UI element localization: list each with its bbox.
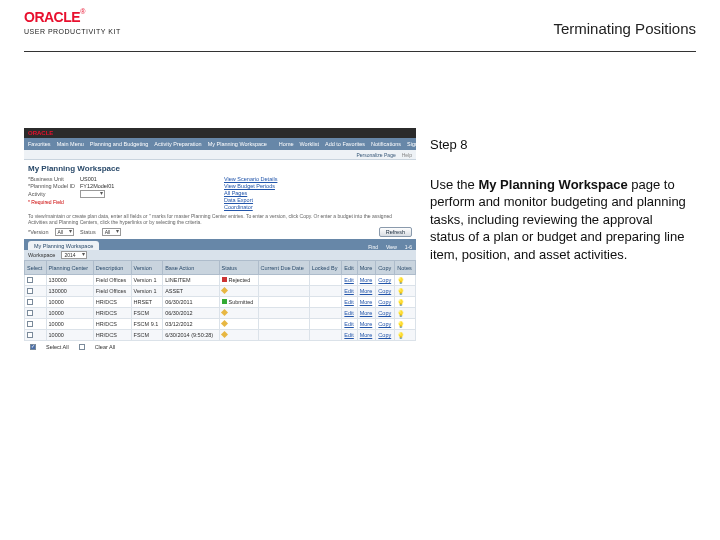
table-row: 10000HR/DCSHRSET06/30/2011SubmittedEditM… xyxy=(25,297,416,308)
row-checkbox[interactable] xyxy=(27,321,33,327)
column-header: Locked By xyxy=(309,261,342,275)
edit-link[interactable]: Edit xyxy=(344,332,353,338)
more-link[interactable]: More xyxy=(360,299,373,305)
row-checkbox[interactable] xyxy=(27,332,33,338)
edit-link[interactable]: Edit xyxy=(344,321,353,327)
breadcrumb[interactable]: Activity Preparation xyxy=(154,141,201,147)
notes-icon[interactable] xyxy=(397,289,404,295)
link-coordinator[interactable]: Coordinator xyxy=(224,204,412,210)
edit-link[interactable]: Edit xyxy=(344,277,353,283)
breadcrumb[interactable]: My Planning Workspace xyxy=(208,141,267,147)
edit-link[interactable]: Edit xyxy=(344,288,353,294)
nav-link-signout[interactable]: Sign out xyxy=(407,141,427,147)
row-checkbox[interactable] xyxy=(27,277,33,283)
doc-header: ORACLE® USER PRODUCTIVITY KIT Terminatin… xyxy=(24,8,696,52)
copy-link[interactable]: Copy xyxy=(378,332,391,338)
breadcrumb[interactable]: Planning and Budgeting xyxy=(90,141,148,147)
copy-link[interactable]: Copy xyxy=(378,288,391,294)
model-value: FY12Model01 xyxy=(80,183,216,189)
form-area: *Business UnitUS001 *Planning Model IDFY… xyxy=(24,175,416,213)
row-checkbox[interactable] xyxy=(27,299,33,305)
status-icon xyxy=(220,309,227,316)
more-link[interactable]: More xyxy=(360,321,373,327)
model-label: *Planning Model ID xyxy=(28,183,76,189)
workspace-grid: SelectPlanning CenterDescriptionVersionB… xyxy=(24,260,416,341)
column-header: Version xyxy=(131,261,163,275)
tab-workspace[interactable]: My Planning Workspace xyxy=(28,241,99,250)
personalize-link[interactable]: Personalize Page xyxy=(357,152,396,158)
column-header: Notes xyxy=(395,261,416,275)
app-breadcrumb-bar: Favorites Main Menu Planning and Budgeti… xyxy=(24,138,416,150)
status-label: Status xyxy=(80,229,96,235)
link-allpages[interactable]: All Pages xyxy=(224,190,412,196)
status-select[interactable]: All xyxy=(102,228,122,236)
doc-title: Terminating Positions xyxy=(553,20,696,37)
registered-mark: ® xyxy=(80,8,85,15)
grid-tool-find[interactable]: Find xyxy=(364,244,382,250)
edit-link[interactable]: Edit xyxy=(344,310,353,316)
help-link[interactable]: Help xyxy=(402,152,412,158)
activity-select[interactable] xyxy=(80,190,105,198)
nav-link-worklist[interactable]: Worklist xyxy=(300,141,319,147)
copy-link[interactable]: Copy xyxy=(378,321,391,327)
notes-icon[interactable] xyxy=(397,300,404,306)
tabs-bar: My Planning Workspace Find View 1-6 xyxy=(24,239,416,250)
more-link[interactable]: More xyxy=(360,288,373,294)
required-note: * Required Field xyxy=(28,199,216,205)
column-header: Status xyxy=(219,261,258,275)
copy-link[interactable]: Copy xyxy=(378,299,391,305)
nav-link-notifications[interactable]: Notifications xyxy=(371,141,401,147)
column-header: Description xyxy=(93,261,131,275)
column-header: Planning Center xyxy=(46,261,93,275)
breadcrumb[interactable]: Favorites xyxy=(28,141,51,147)
more-link[interactable]: More xyxy=(360,310,373,316)
nav-link-favorites[interactable]: Add to Favorites xyxy=(325,141,365,147)
grid-tool-view[interactable]: View xyxy=(382,244,401,250)
more-link[interactable]: More xyxy=(360,332,373,338)
asof-select[interactable]: 2014 xyxy=(61,251,86,259)
status-icon xyxy=(222,277,227,282)
table-row: 10000HR/DCSFSCM 9.103/12/2012EditMoreCop… xyxy=(25,319,416,330)
breadcrumb[interactable]: Main Menu xyxy=(57,141,84,147)
column-header: More xyxy=(357,261,376,275)
refresh-button[interactable]: Refresh xyxy=(379,227,412,237)
notes-icon[interactable] xyxy=(397,333,404,339)
link-export[interactable]: Data Export xyxy=(224,197,412,203)
notes-icon[interactable] xyxy=(397,278,404,284)
more-link[interactable]: More xyxy=(360,277,373,283)
bu-label: *Business Unit xyxy=(28,176,76,182)
copy-link[interactable]: Copy xyxy=(378,310,391,316)
app-screenshot: ORACLE Favorites Main Menu Planning and … xyxy=(24,128,416,353)
status-icon xyxy=(222,299,227,304)
column-header: Select xyxy=(25,261,47,275)
copy-link[interactable]: Copy xyxy=(378,277,391,283)
select-all-label: Select All xyxy=(46,344,69,350)
grid-tool-range: 1-6 xyxy=(401,244,416,250)
select-all-checkbox[interactable] xyxy=(30,344,36,350)
edit-link[interactable]: Edit xyxy=(344,299,353,305)
status-icon xyxy=(220,320,227,327)
status-icon xyxy=(220,331,227,338)
link-scenario[interactable]: View Scenario Details xyxy=(224,176,412,182)
column-header: Current Due Date xyxy=(258,261,309,275)
clear-all-checkbox[interactable] xyxy=(79,344,85,350)
row-checkbox[interactable] xyxy=(27,310,33,316)
subtab-label: Workspace xyxy=(28,252,55,258)
nav-link-home[interactable]: Home xyxy=(279,141,294,147)
grid-footer: Select All Clear All xyxy=(24,341,416,353)
version-select[interactable]: All xyxy=(55,228,75,236)
step-body-prefix: Use the xyxy=(430,177,478,192)
table-row: 10000HR/DCSFSCM6/30/2014 (9:50:28)EditMo… xyxy=(25,330,416,341)
row-checkbox[interactable] xyxy=(27,288,33,294)
page-hint: To view/maintain or create plan data, en… xyxy=(24,213,416,225)
table-row: 130000Field OfficesVersion 1ASSETEditMor… xyxy=(25,286,416,297)
bu-value: US001 xyxy=(80,176,216,182)
table-row: 10000HR/DCSFSCM06/30/2012EditMoreCopy xyxy=(25,308,416,319)
version-label: *Version xyxy=(28,229,49,235)
notes-icon[interactable] xyxy=(397,311,404,317)
column-header: Edit xyxy=(342,261,357,275)
column-header: Copy xyxy=(376,261,395,275)
link-periods[interactable]: View Budget Periods xyxy=(224,183,412,189)
oracle-logo: ORACLE xyxy=(24,9,80,25)
notes-icon[interactable] xyxy=(397,322,404,328)
